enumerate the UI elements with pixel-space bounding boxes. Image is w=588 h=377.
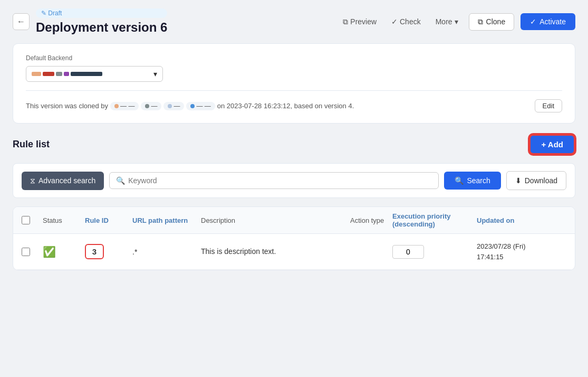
clone-info: This version was cloned by — — — — — — — [26, 99, 562, 112]
activate-label: Activate — [539, 17, 566, 26]
chip-dot-1 — [114, 104, 119, 108]
search-btn-icon: 🔍 — [455, 176, 464, 185]
user-chip-2: — — [141, 102, 161, 110]
search-button[interactable]: 🔍 Search — [444, 172, 500, 190]
col-description: Description — [201, 216, 350, 224]
advanced-search-label: Advanced search — [38, 176, 95, 185]
col-status: Status — [43, 216, 85, 224]
chip-text-2: — — [151, 102, 157, 110]
section-header: Rule list + Add — [13, 134, 575, 155]
updated-on-value: 2023/07/28 (Fri)17:41:15 — [477, 242, 526, 261]
col-updated-on: Updated on — [477, 216, 566, 224]
table-row: ✅ 3 .* This is description text. 2023/07… — [13, 234, 575, 270]
bar-1 — [32, 72, 41, 76]
col-action-type: Action type — [350, 216, 392, 224]
keyword-input-wrap: 🔍 — [109, 172, 439, 189]
activate-icon: ✓ — [530, 17, 536, 26]
user-chip-3: — — [163, 102, 184, 110]
add-button[interactable]: + Add — [529, 134, 575, 155]
status-active-icon: ✅ — [43, 246, 56, 258]
download-button[interactable]: ⬇ Download — [506, 171, 566, 190]
col-rule-id: Rule ID — [85, 216, 132, 224]
select-all-checkbox[interactable] — [22, 216, 30, 224]
draft-badge: ✎ Draft — [36, 8, 167, 18]
row-rule-id: 3 — [85, 244, 132, 259]
header-left: ← ✎ Draft Deployment version 6 — [13, 8, 167, 35]
bar-4 — [64, 72, 69, 76]
chip-dot-2 — [145, 104, 149, 108]
rule-id-value[interactable]: 3 — [85, 244, 104, 259]
chip-dot-3 — [168, 104, 172, 108]
col-url-path: URL path pattern — [132, 216, 201, 224]
card-divider — [26, 90, 562, 91]
backend-chevron-icon: ▾ — [153, 70, 157, 78]
search-icon: 🔍 — [116, 176, 125, 185]
title-block: ✎ Draft Deployment version 6 — [36, 8, 167, 35]
clone-info-text: This version was cloned by — — — — — — — [26, 102, 354, 110]
bar-3 — [56, 72, 62, 76]
row-checkbox[interactable] — [22, 248, 30, 256]
table-header: Status Rule ID URL path pattern Descript… — [13, 207, 575, 234]
clone-label: Clone — [486, 17, 506, 26]
row-status: ✅ — [43, 246, 85, 258]
execution-priority-input[interactable] — [392, 245, 424, 259]
backend-label: Default Backend — [26, 54, 562, 62]
check-button[interactable]: ✓ Check — [387, 14, 425, 29]
chip-text-1: — — — [120, 102, 134, 110]
row-description: This is description text. — [201, 246, 350, 257]
more-label: More — [436, 17, 452, 26]
row-checkbox-cell — [22, 248, 43, 256]
clone-icon: ⧉ — [478, 17, 483, 26]
chip-text-4: — — — [196, 102, 210, 110]
chevron-down-icon: ▾ — [455, 17, 458, 26]
clone-button[interactable]: ⧉ Clone — [469, 13, 515, 31]
user-chip-4: — — — [186, 102, 215, 110]
preview-icon: ⧉ — [343, 17, 348, 26]
page-header: ← ✎ Draft Deployment version 6 ⧉ Preview… — [13, 8, 575, 35]
row-updated-on: 2023/07/28 (Fri)17:41:15 — [477, 241, 566, 262]
keyword-input[interactable] — [128, 176, 432, 185]
backend-bars — [32, 72, 150, 76]
more-button[interactable]: More ▾ — [431, 14, 462, 29]
rule-list-section: Rule list + Add ⧖ Advanced search 🔍 🔍 Se… — [13, 134, 575, 270]
row-execution-priority — [392, 245, 477, 259]
download-label: Download — [525, 176, 557, 185]
edit-button[interactable]: Edit — [535, 99, 562, 112]
download-icon: ⬇ — [515, 176, 522, 185]
col-execution-priority: Execution priority (descending) — [392, 212, 477, 228]
backend-card: Default Backend ▾ This version was clone… — [13, 43, 575, 124]
advanced-search-button[interactable]: ⧖ Advanced search — [22, 172, 104, 190]
row-url-path: .* — [132, 248, 201, 256]
check-label: ✓ Check — [391, 17, 421, 26]
clone-suffix: on 2023-07-28 16:23:12, based on version… — [217, 102, 354, 110]
activate-button[interactable]: ✓ Activate — [520, 13, 575, 30]
rule-table: Status Rule ID URL path pattern Descript… — [13, 206, 575, 270]
preview-button[interactable]: ⧉ Preview — [339, 14, 381, 30]
bar-5 — [71, 72, 102, 76]
section-title: Rule list — [13, 139, 50, 150]
chip-text-3: — — [173, 102, 180, 110]
search-label: Search — [467, 176, 490, 185]
backend-select[interactable]: ▾ — [26, 66, 163, 82]
user-chip-1: — — — [110, 102, 139, 110]
preview-label: Preview — [350, 17, 377, 26]
chip-dot-4 — [190, 104, 195, 108]
header-actions: ⧉ Preview ✓ Check More ▾ ⧉ Clone ✓ Activ… — [339, 13, 575, 31]
bar-2 — [43, 72, 54, 76]
clone-prefix: This version was cloned by — [26, 102, 108, 110]
page-title: Deployment version 6 — [36, 20, 167, 35]
back-button[interactable]: ← — [13, 13, 30, 30]
header-checkbox-cell — [22, 216, 43, 224]
search-bar: ⧖ Advanced search 🔍 🔍 Search ⬇ Download — [13, 163, 575, 198]
filter-icon: ⧖ — [30, 176, 35, 185]
